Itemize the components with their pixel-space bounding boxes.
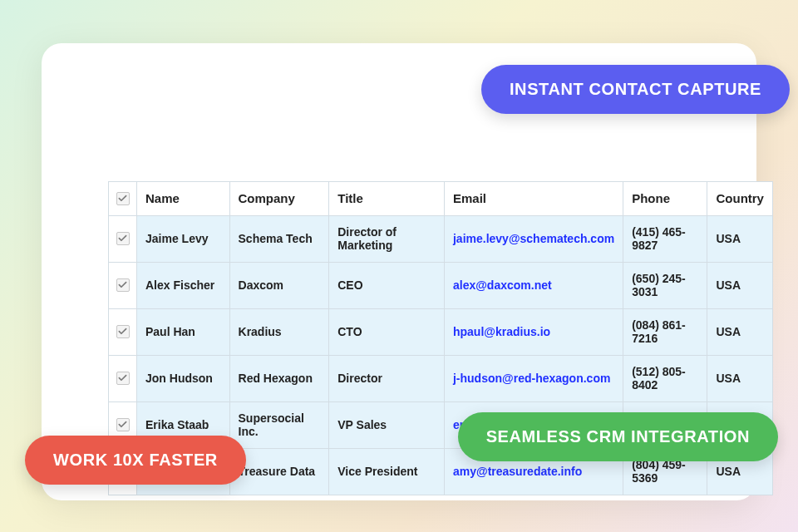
cell-phone: (084) 861-7216 <box>623 309 707 356</box>
cell-company: Schema Tech <box>229 216 329 263</box>
cell-company: Red Hexagon <box>229 356 329 402</box>
checkbox-icon <box>116 372 130 385</box>
cell-company: Supersocial Inc. <box>229 402 329 449</box>
cell-phone: (415) 465-9827 <box>623 216 707 263</box>
col-name: Name <box>137 182 230 216</box>
cell-email: jaime.levy@schematech.com <box>444 216 623 263</box>
checkbox-icon <box>116 418 130 431</box>
table-row[interactable]: Paul HanKradiusCTOhpaul@kradius.io(084) … <box>109 309 773 356</box>
badge-instant-capture: INSTANT CONTACT CAPTURE <box>481 65 790 114</box>
cell-country: USA <box>707 309 773 356</box>
cell-phone: (512) 805-8402 <box>623 356 707 402</box>
cell-title: CTO <box>329 309 445 356</box>
checkbox-icon <box>116 325 130 338</box>
row-checkbox[interactable] <box>109 263 137 309</box>
row-checkbox[interactable] <box>109 356 137 402</box>
cell-title: CEO <box>329 263 445 309</box>
table-header-row: Name Company Title Email Phone Country <box>109 182 773 216</box>
cell-email: hpaul@kradius.io <box>444 309 623 356</box>
cell-country: USA <box>707 356 773 402</box>
cell-country: USA <box>707 216 773 263</box>
cell-company: Daxcom <box>229 263 329 309</box>
promo-panel: Name Company Title Email Phone Country J… <box>0 0 798 532</box>
badge-crm-integration: SEAMLESS CRM INTEGRATION <box>458 412 778 461</box>
cell-title: Director <box>329 356 445 402</box>
row-checkbox[interactable] <box>109 309 137 356</box>
row-checkbox[interactable] <box>109 216 137 263</box>
table-row[interactable]: Jaime LevySchema TechDirector of Marketi… <box>109 216 773 263</box>
checkbox-icon <box>116 278 130 292</box>
cell-name: Paul Han <box>137 309 230 356</box>
col-country: Country <box>707 182 773 216</box>
col-phone: Phone <box>623 182 707 216</box>
checkbox-icon <box>116 192 130 205</box>
cell-name: Jaime Levy <box>137 216 230 263</box>
table-row[interactable]: Alex FischerDaxcomCEOalex@daxcom.net(650… <box>109 263 773 309</box>
cell-email: j-hudson@red-hexagon.com <box>444 356 623 402</box>
cell-title: VP Sales <box>329 402 445 449</box>
cell-phone: (650) 245-3031 <box>623 263 707 309</box>
select-all-header[interactable] <box>109 182 137 216</box>
cell-title: Vice President <box>329 449 445 495</box>
table-row[interactable]: Jon HudsonRed HexagonDirectorj-hudson@re… <box>109 356 773 402</box>
col-email: Email <box>444 182 623 216</box>
cell-company: Kradius <box>229 309 329 356</box>
cell-country: USA <box>707 263 773 309</box>
cell-title: Director of Marketing <box>329 216 445 263</box>
cell-name: Alex Fischer <box>137 263 230 309</box>
col-title: Title <box>329 182 445 216</box>
cell-name: Jon Hudson <box>137 356 230 402</box>
checkbox-icon <box>116 232 130 245</box>
badge-work-faster: WORK 10X FASTER <box>25 436 246 485</box>
col-company: Company <box>229 182 329 216</box>
cell-email: alex@daxcom.net <box>444 263 623 309</box>
